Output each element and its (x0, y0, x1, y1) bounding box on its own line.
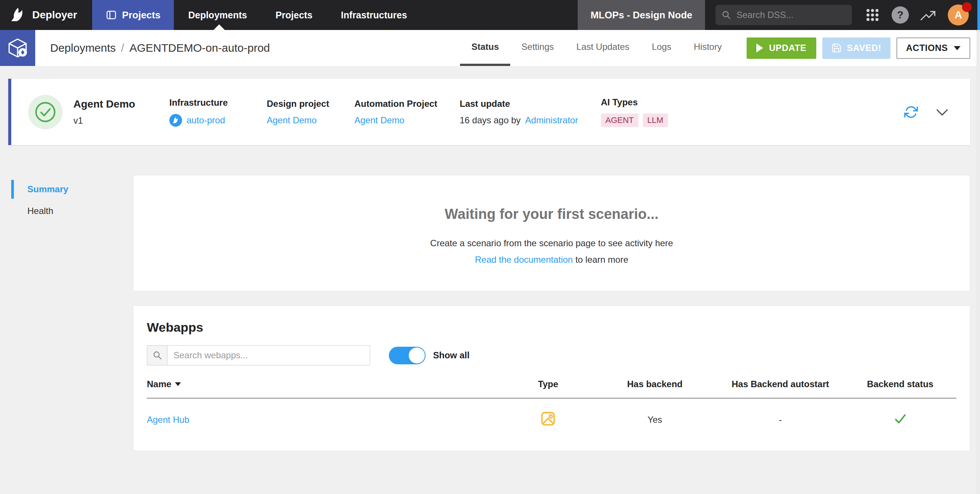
deployment-summary-card: Agent Demo v1 Infrastructure auto-prod D… (8, 79, 970, 145)
column-header-has-backend[interactable]: Has backend (593, 379, 717, 389)
webapp-link[interactable]: Agent Hub (147, 414, 189, 425)
image-icon (539, 410, 557, 427)
breadcrumb-section[interactable]: Deployments (50, 41, 116, 54)
user-menu[interactable]: A (948, 5, 969, 25)
notification-dot (962, 2, 972, 12)
search-input[interactable] (737, 10, 842, 20)
update-button-label: UPDATE (769, 43, 807, 53)
global-search[interactable] (716, 5, 852, 25)
actions-button-label: ACTIONS (906, 43, 948, 53)
empty-state-subtitle: Create a scenario from the scenario page… (134, 238, 970, 249)
design-project-link[interactable]: Agent Demo (267, 115, 317, 126)
field-label: Infrastructure (169, 97, 267, 108)
check-circle-icon (35, 101, 56, 123)
nav-item-projects[interactable]: Projects (261, 0, 327, 30)
show-all-toggle[interactable] (389, 347, 426, 364)
search-icon (153, 351, 162, 360)
field-label: AI Types (601, 97, 904, 108)
refresh-icon (904, 105, 919, 120)
deployer-section-tile[interactable] (0, 30, 35, 66)
deployment-version: v1 (73, 115, 169, 126)
column-header-type[interactable]: Type (503, 379, 593, 389)
documentation-link[interactable]: Read the documentation (475, 255, 573, 265)
node-name-label[interactable]: MLOPs - Design Node (578, 0, 705, 30)
refresh-button[interactable] (904, 105, 919, 120)
brand-name: Deployer (32, 9, 77, 21)
chevron-down-icon (934, 104, 951, 121)
tab-status[interactable]: Status (460, 30, 510, 66)
collapse-card-button[interactable] (934, 104, 951, 121)
sidebar-item-summary[interactable]: Summary (0, 180, 133, 199)
webapps-title: Webapps (147, 306, 956, 335)
webapps-table: Name Type Has backend Has Backend autost… (147, 379, 956, 439)
trend-arrow-icon (920, 7, 936, 23)
play-icon (756, 43, 763, 53)
webapps-panel: Webapps Show all (133, 306, 970, 451)
active-indicator-bar (11, 180, 14, 199)
actions-button[interactable]: ACTIONS (896, 37, 970, 59)
apps-grid-button[interactable] (862, 5, 883, 25)
column-header-backend-status[interactable]: Backend status (844, 379, 956, 389)
sidebar-item-label: Summary (27, 184, 68, 194)
header-actions: UPDATE SAVED! ACTIONS (747, 37, 970, 59)
help-icon: ? (892, 6, 909, 24)
deployment-title-block: Agent Demo v1 (73, 98, 169, 126)
empty-state-doc-line: Read the documentation to learn more (134, 255, 970, 265)
app-brand[interactable]: Deployer (10, 7, 77, 23)
column-label: Name (147, 379, 171, 389)
search-icon (722, 10, 731, 20)
nav-tab-label: Projects (122, 10, 161, 21)
check-icon (894, 412, 907, 425)
apps-grid-icon (865, 8, 880, 22)
webapps-controls: Show all (147, 345, 956, 365)
webapps-search[interactable] (147, 345, 370, 365)
show-all-label: Show all (433, 350, 469, 360)
tab-logs[interactable]: Logs (641, 30, 682, 66)
toggle-knob (409, 347, 425, 363)
sidebar: Summary Health (0, 145, 133, 223)
scrollbar-track[interactable] (977, 30, 980, 494)
infrastructure-icon (169, 114, 182, 127)
column-header-name[interactable]: Name (147, 379, 503, 389)
nav-tab-projects[interactable]: Projects (92, 0, 174, 30)
saved-button-label: SAVED! (847, 43, 881, 53)
tab-settings[interactable]: Settings (510, 30, 565, 66)
dataiku-bird-logo (10, 7, 26, 23)
monitoring-button[interactable] (918, 5, 938, 25)
table-header-row: Name Type Has backend Has Backend autost… (147, 379, 956, 399)
table-row: Agent Hub Yes - (147, 399, 956, 439)
has-backend-cell: Yes (593, 414, 717, 425)
field-label: Last update (460, 99, 601, 109)
sidebar-item-health[interactable]: Health (0, 202, 133, 220)
breadcrumb-separator: / (121, 41, 124, 54)
tab-last-updates[interactable]: Last Updates (565, 30, 641, 66)
column-header-autostart[interactable]: Has Backend autostart (717, 379, 844, 389)
webapps-search-input[interactable] (167, 346, 370, 365)
update-button[interactable]: UPDATE (747, 37, 816, 59)
nav-item-infrastructures[interactable]: Infrastructures (327, 0, 421, 30)
deployment-cube-icon (7, 37, 29, 59)
deployment-name: Agent Demo (73, 98, 169, 110)
automation-project-link[interactable]: Agent Demo (355, 115, 404, 126)
help-button[interactable]: ? (890, 5, 910, 25)
empty-state-title: Waiting for your first scenario... (134, 175, 970, 222)
tab-history[interactable]: History (682, 30, 733, 66)
edge-sliver (977, 0, 980, 30)
webapp-name-cell: Agent Hub (147, 414, 503, 425)
field-label: Automation Project (355, 99, 460, 109)
content-column: Waiting for your first scenario... Creat… (133, 145, 970, 451)
infrastructure-link[interactable]: auto-prod (186, 115, 225, 126)
last-update-text: 16 days ago by (460, 115, 521, 126)
sidebar-item-label: Health (27, 206, 53, 216)
main-area: Summary Health Waiting for your first sc… (0, 145, 980, 451)
doc-link-suffix: to learn more (573, 255, 628, 265)
field-label: Design project (267, 99, 355, 109)
field-ai-types: AI Types AGENT LLM (601, 97, 904, 127)
saved-button[interactable]: SAVED! (822, 37, 891, 59)
top-navbar: Deployer Projects Deployments Projects I… (0, 0, 980, 30)
active-section-caret (213, 24, 225, 30)
administrator-link[interactable]: Administrator (525, 115, 578, 126)
field-infrastructure: Infrastructure auto-prod (169, 97, 267, 127)
ai-type-badge-agent: AGENT (601, 113, 638, 127)
breadcrumb-item: AGENTDEMO-on-auto-prod (129, 41, 270, 54)
